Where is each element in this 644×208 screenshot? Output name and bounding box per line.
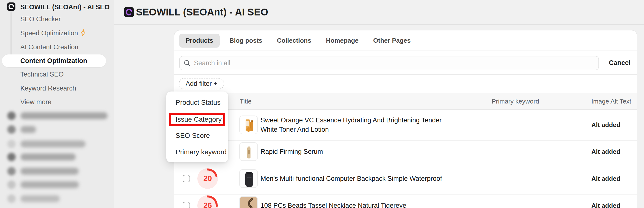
table-row[interactable]: Sweet Orange VC Essence Hydrating And Br… xyxy=(174,110,637,141)
redacted-icon xyxy=(7,194,16,203)
product-title[interactable]: Sweet Orange VC Essence Hydrating And Br… xyxy=(260,116,456,134)
table-header: Title Primary keyword Image Alt Text xyxy=(174,93,637,110)
redacted-icon xyxy=(7,140,16,148)
column-header-primary-keyword: Primary keyword xyxy=(492,93,539,110)
page-title: SEOWILL (SEOAnt) - AI SEO xyxy=(136,7,268,18)
search-input[interactable] xyxy=(194,59,561,67)
table-row[interactable]: 26 108 PCs Beads Tassel Necklace Natural… xyxy=(174,194,637,208)
product-thumbnail xyxy=(239,169,258,188)
image-alt-status: Alt added xyxy=(591,202,620,208)
tab-collections[interactable]: Collections xyxy=(272,34,316,48)
tab-blog-posts[interactable]: Blog posts xyxy=(224,34,267,48)
tab-other-pages[interactable]: Other Pages xyxy=(368,34,416,48)
product-thumbnail xyxy=(239,142,258,161)
add-filter-dropdown: Product Status Issue Category SEO Score … xyxy=(166,92,228,162)
column-header-title: Title xyxy=(240,93,252,110)
image-alt-status: Alt added xyxy=(591,121,620,129)
app-logo-icon xyxy=(124,7,134,17)
row-checkbox[interactable] xyxy=(183,202,190,208)
page-header: SEOWILL (SEOAnt) - AI SEO xyxy=(114,0,644,25)
redacted-icon xyxy=(7,112,16,120)
image-alt-status: Alt added xyxy=(591,175,620,182)
sidebar: SEOWILL (SEOAnt) - AI SEO SEO Checker Sp… xyxy=(0,0,114,208)
row-checkbox[interactable] xyxy=(183,175,190,182)
sidebar-item-ai-content-creation[interactable]: AI Content Creation xyxy=(20,42,78,52)
tab-homepage[interactable]: Homepage xyxy=(321,34,364,48)
seo-score-badge: 20 xyxy=(197,168,218,189)
sidebar-redacted-item[interactable] xyxy=(0,180,114,190)
sidebar-app-title[interactable]: SEOWILL (SEOAnt) - AI SEO xyxy=(20,4,110,11)
content-card: Products Blog posts Collections Homepage… xyxy=(174,30,638,208)
tab-bar: Products Blog posts Collections Homepage… xyxy=(174,31,637,51)
column-header-image-alt-text: Image Alt Text xyxy=(591,93,631,110)
redacted-icon xyxy=(7,167,16,175)
product-title[interactable]: 108 PCs Beads Tassel Necklace Natural Ti… xyxy=(260,201,406,208)
sidebar-item-keyword-research[interactable]: Keyword Research xyxy=(20,83,76,93)
sidebar-redacted-item[interactable] xyxy=(0,125,114,134)
app-logo-icon xyxy=(7,3,16,11)
cancel-button[interactable]: Cancel xyxy=(609,51,630,75)
lightning-icon xyxy=(80,29,86,39)
table-row[interactable]: Rapid Firming Serum Alt added xyxy=(174,141,637,163)
image-alt-status: Alt added xyxy=(591,148,620,155)
sidebar-item-content-optimization[interactable]: Content Optimization xyxy=(20,56,87,66)
search-bar-row: Cancel xyxy=(174,51,637,75)
sidebar-item-technical-seo[interactable]: Technical SEO xyxy=(20,69,64,79)
sidebar-redacted-item[interactable] xyxy=(0,111,114,121)
product-thumbnail xyxy=(239,196,258,208)
redacted-icon xyxy=(7,180,16,189)
table-row[interactable]: 20 Men's Multi-functional Computer Backp… xyxy=(174,163,637,194)
sidebar-redacted-item[interactable] xyxy=(0,152,114,162)
dropdown-item-product-status[interactable]: Product Status xyxy=(176,98,221,107)
add-filter-button[interactable]: Add filter + xyxy=(179,78,224,89)
product-title[interactable]: Rapid Firming Serum xyxy=(260,147,323,156)
sidebar-item-speed-optimization[interactable]: Speed Optimization xyxy=(20,28,86,38)
search-icon xyxy=(184,60,190,67)
sidebar-redacted-item[interactable] xyxy=(0,166,114,176)
sidebar-redacted-item[interactable] xyxy=(0,139,114,149)
filter-row: Add filter + xyxy=(174,75,637,93)
product-title[interactable]: Men's Multi-functional Computer Backpack… xyxy=(260,174,442,183)
redacted-icon xyxy=(7,125,16,134)
sidebar-item-view-more[interactable]: View more xyxy=(20,97,52,107)
tab-products[interactable]: Products xyxy=(179,34,220,48)
seo-score-badge: 26 xyxy=(197,195,218,208)
product-thumbnail xyxy=(239,116,258,134)
main-content: SEOWILL (SEOAnt) - AI SEO Products Blog … xyxy=(114,0,644,208)
sidebar-item-seo-checker[interactable]: SEO Checker xyxy=(20,14,61,24)
seo-score-value: 20 xyxy=(197,168,218,189)
dropdown-item-issue-category[interactable]: Issue Category xyxy=(176,115,222,124)
search-box[interactable] xyxy=(179,56,599,70)
seo-score-value: 26 xyxy=(197,195,218,208)
dropdown-item-seo-score[interactable]: SEO Score xyxy=(176,131,210,140)
sidebar-redacted-item[interactable] xyxy=(0,194,114,203)
dropdown-item-primary-keyword[interactable]: Primary keyword xyxy=(176,148,226,156)
redacted-icon xyxy=(7,153,16,161)
